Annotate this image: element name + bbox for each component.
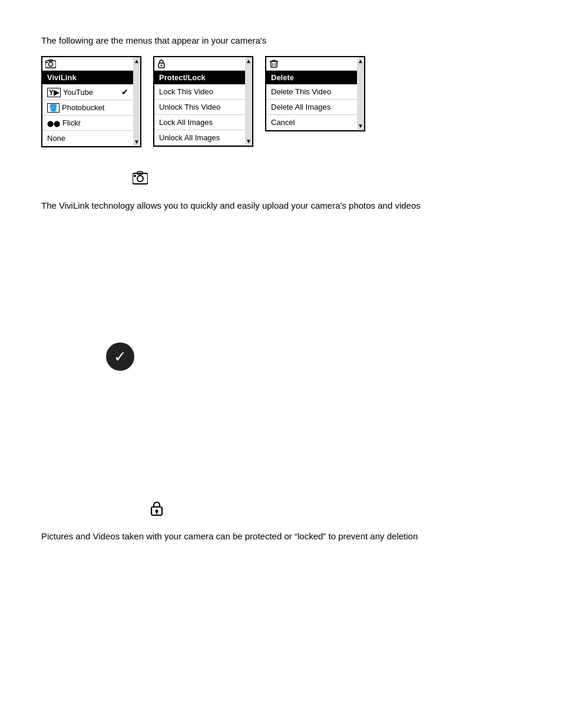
svg-point-11 [137, 176, 143, 182]
svg-point-1 [49, 62, 53, 67]
cancel-label: Cancel [271, 118, 295, 127]
scroll-up-arrow: ▲ [134, 58, 140, 64]
menus-row: ViviLink Y▶YouTube ✔ 🪣Photobucket ⬤⬤Flic… [41, 56, 521, 147]
spacer-1 [41, 219, 521, 325]
vivilink-icon-bar [42, 57, 133, 71]
vivilink-camera-icon [45, 59, 56, 68]
vivilink-description: The ViviLink technology allows you to qu… [41, 199, 521, 213]
scroll-down-arrow: ▼ [358, 123, 363, 129]
unlock-video-label: Unlock This Video [159, 103, 220, 111]
delete-video-label: Delete This Video [271, 87, 331, 96]
flickr-item-label: ⬤⬤Flickr [47, 118, 81, 127]
cancel-item[interactable]: Cancel [266, 115, 357, 130]
delete-scrollbar[interactable]: ▲ ▼ [357, 57, 364, 130]
protect-menu-header: Protect/Lock [154, 71, 245, 84]
delete-video-item[interactable]: Delete This Video [266, 84, 357, 100]
unlock-all-label: Unlock All Images [159, 133, 220, 142]
youtube-item-label: Y▶YouTube [47, 88, 93, 97]
youtube-icon: Y▶ [47, 88, 61, 97]
checkmark-icon-section: ✓ [106, 342, 521, 371]
delete-menu: Delete Delete This Video Delete All Imag… [265, 56, 365, 131]
lock-video-item[interactable]: Lock This Video [154, 84, 245, 100]
youtube-checkmark: ✔ [121, 87, 128, 97]
trash-icon [269, 59, 279, 68]
protect-icon-bar [154, 57, 245, 71]
lock-all-item[interactable]: Lock All Images [154, 115, 245, 130]
svg-rect-6 [271, 61, 277, 67]
spacer-2 [41, 388, 521, 495]
vivilink-menu-header: ViviLink [42, 71, 133, 84]
svg-rect-13 [134, 175, 136, 177]
scroll-up-arrow: ▲ [246, 58, 252, 64]
none-item-label: None [47, 134, 65, 143]
intro-text: The following are the menus that appear … [41, 35, 521, 45]
flickr-icon: ⬤⬤ [47, 120, 60, 127]
photobucket-item-label: 🪣Photobucket [47, 103, 104, 112]
unlock-video-item[interactable]: Unlock This Video [154, 100, 245, 115]
svg-rect-3 [46, 62, 48, 63]
lock-section-icon [150, 500, 163, 516]
protect-menu: Protect/Lock Lock This Video Unlock This… [153, 56, 253, 147]
lock-all-label: Lock All Images [159, 118, 213, 127]
checkmark-symbol: ✓ [114, 348, 127, 366]
delete-menu-header: Delete [266, 71, 357, 84]
photobucket-menu-item[interactable]: 🪣Photobucket [42, 100, 133, 116]
unlock-all-item[interactable]: Unlock All Images [154, 130, 245, 146]
scroll-down-arrow: ▼ [134, 139, 140, 145]
scroll-down-arrow: ▼ [246, 139, 252, 144]
protect-scrollbar[interactable]: ▲ ▼ [245, 57, 252, 146]
none-menu-item[interactable]: None [42, 131, 133, 146]
photobucket-icon: 🪣 [47, 103, 59, 113]
vivilink-section-icon [133, 171, 148, 185]
svg-point-15 [156, 510, 158, 513]
delete-all-label: Delete All Images [271, 103, 330, 111]
checkmark-circle: ✓ [106, 342, 134, 371]
delete-icon-bar [266, 57, 357, 71]
flickr-menu-item[interactable]: ⬤⬤Flickr [42, 116, 133, 131]
svg-point-5 [161, 65, 163, 67]
protect-description: Pictures and Videos taken with your came… [41, 529, 521, 543]
delete-all-item[interactable]: Delete All Images [266, 100, 357, 115]
youtube-menu-item[interactable]: Y▶YouTube ✔ [42, 84, 133, 100]
vivilink-menu: ViviLink Y▶YouTube ✔ 🪣Photobucket ⬤⬤Flic… [41, 56, 141, 147]
lock-video-label: Lock This Video [159, 87, 213, 96]
scroll-up-arrow: ▲ [358, 58, 363, 64]
vivilink-scrollbar[interactable]: ▲ ▼ [133, 57, 140, 146]
lock-icon [157, 59, 166, 68]
